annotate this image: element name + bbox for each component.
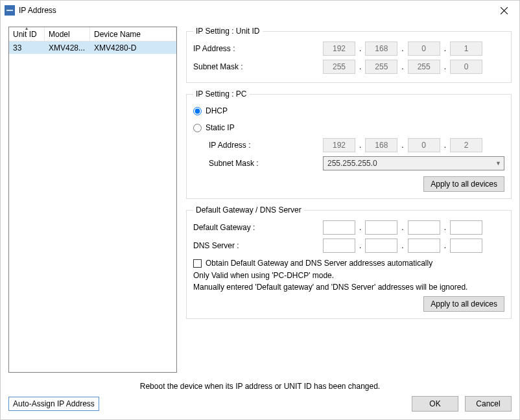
close-icon [501,7,508,14]
gateway-section: Default Gateway / DNS Server Default Gat… [186,205,512,319]
dns-oct1[interactable] [323,239,355,253]
unit-ip-oct4: 1 [450,41,482,56]
pc-ip-oct1: 192 [323,138,355,152]
note-line1: Only Valid when using 'PC-DHCP' mode. [193,270,504,281]
reboot-note: Reboot the device when its IP address or… [8,382,512,391]
unit-mask-oct1: 255 [323,60,355,74]
dns-oct3[interactable] [408,239,440,253]
pc-mask-label: Subnet Mask : [209,159,323,168]
dns-label: DNS Server : [193,241,323,250]
gateway-legend: Default Gateway / DNS Server [193,205,304,215]
unit-mask-oct4: 0 [450,60,482,74]
pc-apply-all-button[interactable]: Apply to all devices [423,176,504,192]
cell-device-name: XMV4280-D [90,41,176,54]
col-device-name[interactable]: Device Name [90,27,176,41]
gw-label: Default Gateway : [193,223,323,232]
device-list[interactable]: ▴ Unit ID Model Device Name 33 XMV428...… [8,27,177,373]
unit-ip-label: IP Address : [193,44,323,53]
dhcp-label: DHCP [206,106,228,115]
pc-ip-oct2: 168 [365,138,397,152]
titlebar: IP Address [1,1,519,20]
gw-apply-all-button[interactable]: Apply to all devices [423,296,504,312]
unit-ip-oct3: 0 [408,41,440,56]
pc-ip-oct3: 0 [408,138,440,152]
device-row[interactable]: 33 XMV428... XMV4280-D [9,41,176,54]
obtain-auto-checkbox[interactable] [193,259,202,268]
app-icon [5,5,15,16]
auto-assign-button[interactable]: Auto-Assign IP Address [8,397,99,411]
ip-address-dialog: IP Address ▴ Unit ID Model Device Name 3… [0,0,520,420]
pc-ip-legend: IP Setting : PC [193,89,250,99]
cell-unit-id: 33 [9,41,45,54]
dns-oct4[interactable] [450,239,482,253]
window-title: IP Address [19,6,56,15]
static-label: Static IP [206,123,235,132]
pc-ip-oct4: 2 [450,138,482,152]
unit-ip-section: IP Setting : Unit ID IP Address : 192. 1… [186,27,512,83]
pc-ip-label: IP Address : [209,141,323,150]
sort-asc-icon: ▴ [25,27,28,30]
unit-mask-oct2: 255 [365,60,397,74]
gw-oct3[interactable] [408,220,440,235]
unit-mask-oct3: 255 [408,60,440,74]
dns-oct2[interactable] [365,239,397,253]
static-radio[interactable] [193,124,202,132]
ok-button[interactable]: OK [412,396,458,412]
gw-oct2[interactable] [365,220,397,235]
unit-ip-oct1: 192 [323,41,355,56]
pc-mask-combo[interactable]: 255.255.255.0 ▼ [323,156,504,170]
unit-mask-label: Subnet Mask : [193,62,323,71]
device-list-header: ▴ Unit ID Model Device Name [9,27,176,41]
cancel-button[interactable]: Cancel [465,396,512,412]
unit-ip-legend: IP Setting : Unit ID [193,27,263,36]
note-line2: Manually entered 'Default gateway' and '… [193,282,504,292]
obtain-auto-label: Obtain Default Gateway and DNS Server ad… [206,259,432,268]
col-model[interactable]: Model [45,27,90,41]
gw-oct1[interactable] [323,220,355,235]
dhcp-radio[interactable] [193,107,202,115]
gw-oct4[interactable] [450,220,482,235]
close-button[interactable] [490,1,518,19]
col-unit-id[interactable]: ▴ Unit ID [9,27,45,41]
unit-ip-oct2: 168 [365,41,397,56]
chevron-down-icon: ▼ [495,160,501,167]
pc-ip-section: IP Setting : PC DHCP Static IP IP Addres… [186,89,512,199]
cell-model: XMV428... [45,41,90,54]
